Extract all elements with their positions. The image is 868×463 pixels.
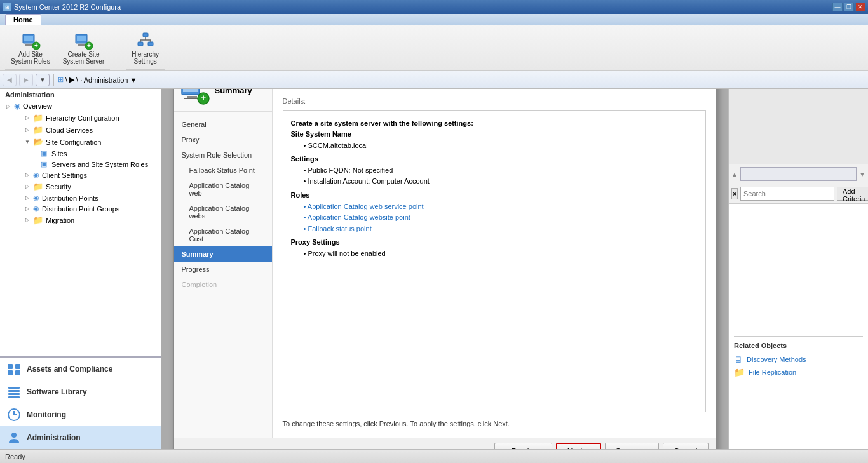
add-site-icon: + xyxy=(20,30,41,51)
dialog-nav-general[interactable]: General xyxy=(174,117,272,132)
add-site-system-roles-btn[interactable]: + Add SiteSystem Roles xyxy=(5,27,56,68)
sidebar-title: Administration xyxy=(0,89,161,100)
expand-dist-points[interactable]: ▷ xyxy=(24,195,31,201)
center-panel: Add Site System Roles Wizard ✕ xyxy=(161,89,728,449)
expand-cloud[interactable]: ▷ xyxy=(24,127,31,133)
cancel-btn[interactable]: Cancel xyxy=(663,443,708,449)
details-settings-2: Installation Account: Computer Account xyxy=(304,176,698,187)
svg-rect-9 xyxy=(77,46,86,46)
cloud-label: Cloud Services xyxy=(46,126,93,134)
expand-security[interactable]: ▷ xyxy=(24,184,31,190)
software-library-label: Software Library xyxy=(27,387,87,396)
details-role-3: • Fallback status point xyxy=(304,224,698,235)
details-site-name-value: SCCM.altotab.local xyxy=(304,140,698,152)
sidebar-item-servers[interactable]: ▣ Servers and Site System Roles xyxy=(0,159,161,170)
monitoring-label: Monitoring xyxy=(27,410,66,419)
expand-client[interactable]: ▷ xyxy=(24,172,31,178)
monitoring-icon xyxy=(6,407,22,422)
expand-migration[interactable]: ▷ xyxy=(24,217,31,224)
client-label: Client Settings xyxy=(42,171,87,179)
close-btn[interactable]: ✕ xyxy=(855,3,865,11)
title-bar: ⊞ System Center 2012 R2 Configura — ❐ ✕ xyxy=(0,0,868,14)
dialog: Add Site System Roles Wizard ✕ xyxy=(173,89,717,449)
details-settings-header: Settings xyxy=(291,154,698,165)
summary-btn[interactable]: Summary xyxy=(605,443,659,449)
svg-rect-13 xyxy=(138,42,143,46)
svg-text:+: + xyxy=(200,93,205,103)
dialog-details-label: Details: xyxy=(283,97,706,105)
minimize-btn[interactable]: — xyxy=(832,3,843,11)
sidebar-item-hierarchy[interactable]: ▷ 📁 Hierarchy Configuration xyxy=(0,112,161,124)
related-file-replication[interactable]: 📁 File Replication xyxy=(734,366,863,379)
filter-icon-btn[interactable]: ✕ xyxy=(731,188,738,199)
breadcrumb-sep1: \ xyxy=(65,76,67,84)
right-panel-filter: ✕ Add Criteria ▼ xyxy=(729,184,868,204)
ribbon-tab-home[interactable]: Home xyxy=(5,14,41,25)
dialog-nav-app-catalog-cust[interactable]: Application Catalog Cust xyxy=(174,224,272,246)
forward-btn[interactable]: ▶ xyxy=(19,74,33,86)
expand-dist-groups[interactable]: ▷ xyxy=(24,206,31,212)
nav-software-library[interactable]: Software Library xyxy=(0,380,161,403)
app-title: System Center 2012 R2 Configura xyxy=(14,3,121,11)
hierarchy-icon xyxy=(135,30,156,51)
svg-rect-1 xyxy=(24,36,33,41)
right-panel-scroll-up[interactable]: ▲ xyxy=(731,171,738,178)
breadcrumb-icon: ⊞ xyxy=(58,76,64,84)
servers-icon: ▣ xyxy=(41,160,47,168)
ribbon-group-create: + Add SiteSystem Roles xyxy=(5,27,110,77)
dialog-nav-progress[interactable]: Progress xyxy=(174,262,272,277)
assets-icon xyxy=(6,361,22,377)
file-rep-label: File Replication xyxy=(749,368,796,376)
status-text: Ready xyxy=(5,453,25,460)
sidebar-item-cloud[interactable]: ▷ 📁 Cloud Services xyxy=(0,124,161,136)
dialog-nav-completion[interactable]: Completion xyxy=(174,277,272,292)
expand-site-config[interactable]: ▼ xyxy=(24,139,31,145)
sidebar-item-dist-groups[interactable]: ▷ ◉ Distribution Point Groups xyxy=(0,203,161,214)
svg-rect-22 xyxy=(15,370,20,375)
site-config-label: Site Configuration xyxy=(46,138,101,146)
nav-menu-btn[interactable]: ▼ xyxy=(36,74,50,86)
dist-groups-label: Distribution Point Groups xyxy=(42,205,119,213)
migration-label: Migration xyxy=(46,217,74,224)
expand-overview[interactable]: ▷ xyxy=(5,103,11,109)
expand-hierarchy[interactable]: ▷ xyxy=(24,115,31,121)
status-bar: Ready xyxy=(0,449,868,463)
sidebar-item-migration[interactable]: ▷ 📁 Migration xyxy=(0,214,161,226)
details-roles-header: Roles xyxy=(291,190,698,201)
hierarchy-settings-btn[interactable]: HierarchySettings xyxy=(126,27,165,68)
next-btn[interactable]: Next > xyxy=(556,443,601,449)
restore-btn[interactable]: ❐ xyxy=(844,3,854,11)
search-input[interactable] xyxy=(740,187,834,201)
dialog-nav-summary[interactable]: Summary xyxy=(174,246,272,262)
dialog-footer: < Previous Next > Summary Cancel xyxy=(174,438,716,450)
breadcrumb-dropdown[interactable]: ▼ xyxy=(130,76,137,84)
sidebar-item-site-config[interactable]: ▼ 📂 Site Configuration xyxy=(0,136,161,148)
related-discovery-methods[interactable]: 🖥 Discovery Methods xyxy=(734,353,863,366)
svg-rect-14 xyxy=(148,42,153,46)
svg-rect-20 xyxy=(15,364,20,369)
sites-label: Sites xyxy=(51,150,67,158)
sidebar-item-sites[interactable]: ▣ Sites xyxy=(0,148,161,159)
dialog-nav-app-catalog-web[interactable]: Application Catalog web xyxy=(174,178,272,201)
create-site-system-btn[interactable]: + Create SiteSystem Server xyxy=(57,27,111,68)
dialog-nav-system-role[interactable]: System Role Selection xyxy=(174,147,272,163)
dist-points-label: Distribution Points xyxy=(42,194,98,202)
right-panel-scroll-down[interactable]: ▼ xyxy=(859,171,865,178)
svg-text:+: + xyxy=(34,42,38,49)
sidebar-item-security[interactable]: ▷ 📁 Security xyxy=(0,180,161,192)
dialog-nav-fallback[interactable]: Fallback Status Point xyxy=(174,163,272,178)
back-btn[interactable]: ◀ xyxy=(3,74,17,86)
dialog-nav-app-catalog-webs[interactable]: Application Catalog webs xyxy=(174,201,272,224)
nav-assets[interactable]: Assets and Compliance xyxy=(0,358,161,380)
dialog-nav-proxy[interactable]: Proxy xyxy=(174,132,272,147)
add-criteria-btn[interactable]: Add Criteria xyxy=(837,187,868,201)
sidebar-item-dist-points[interactable]: ▷ ◉ Distribution Points xyxy=(0,192,161,203)
details-role-2: • Application Catalog website point xyxy=(304,212,698,224)
sidebar-item-overview[interactable]: ▷ ◉ Overview xyxy=(0,100,161,112)
sidebar-item-client-settings[interactable]: ▷ ◉ Client Settings xyxy=(0,170,161,180)
svg-rect-2 xyxy=(25,44,32,46)
previous-btn[interactable]: < Previous xyxy=(494,443,552,449)
nav-monitoring[interactable]: Monitoring xyxy=(0,403,161,426)
assets-label: Assets and Compliance xyxy=(27,365,112,373)
nav-administration[interactable]: Administration xyxy=(0,426,161,449)
